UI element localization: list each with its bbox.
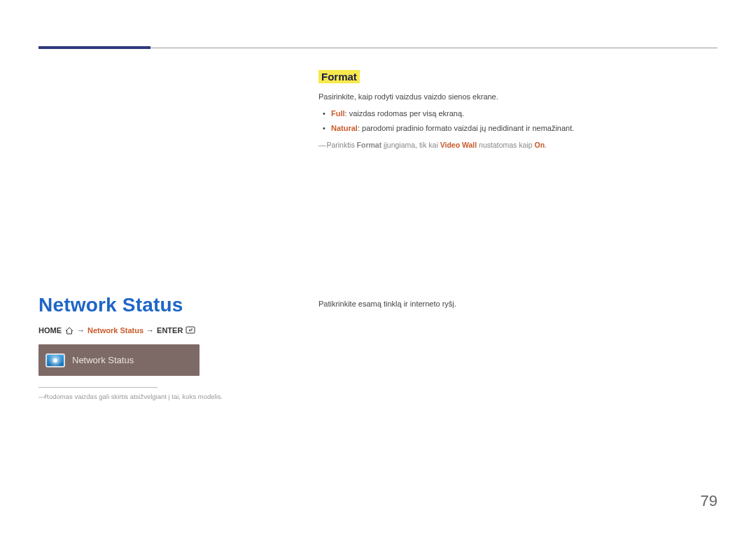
page-number: 79	[701, 492, 718, 510]
format-heading: Format	[318, 70, 360, 83]
note-pre: Parinktis	[326, 141, 356, 149]
breadcrumb-network: Network Status	[88, 326, 144, 335]
network-description: Patikrinkite esamą tinklą ir interneto r…	[318, 297, 714, 311]
tile-label: Network Status	[72, 355, 134, 365]
document-page: Format Pasirinkite, kaip rodyti vaizdus …	[0, 0, 756, 534]
arrow-icon: →	[146, 326, 154, 335]
network-status-left: Network Status HOME → Network Status → E…	[38, 294, 290, 402]
format-bullets: Full: vaizdas rodomas per visą ekraną. N…	[318, 106, 714, 136]
bullet-term: Full	[331, 109, 345, 118]
breadcrumb-home: HOME	[38, 326, 62, 335]
note-mid2: nustatomas kaip	[477, 141, 534, 149]
breadcrumb-enter: ENTER	[157, 326, 183, 335]
separator	[38, 387, 158, 388]
note-mid: įjungiama, tik kai	[382, 141, 440, 149]
format-intro: Pasirinkite, kaip rodyti vaizdus vaizdo …	[318, 90, 714, 104]
format-note: Parinktis Format įjungiama, tik kai Vide…	[318, 139, 714, 151]
enter-icon	[186, 326, 197, 335]
note-end: .	[545, 141, 547, 149]
bullet-natural: Natural: parodomi pradinio formato vaizd…	[331, 121, 714, 136]
breadcrumb: HOME → Network Status → ENTER	[38, 326, 290, 335]
network-status-heading: Network Status	[38, 294, 290, 316]
bullet-term: Natural	[331, 124, 358, 132]
note-t3: On	[534, 141, 545, 149]
format-section: Format Pasirinkite, kaip rodyti vaizdus …	[318, 70, 714, 151]
header-accent	[38, 46, 150, 49]
bullet-desc: parodomi pradinio formato vaizdai jų ned…	[362, 124, 574, 132]
note-t1: Format	[357, 141, 382, 149]
arrow-icon: →	[77, 326, 85, 335]
footnote: Rodomas vaizdas gali skirtis atsižvelgia…	[38, 392, 290, 402]
home-icon	[64, 326, 74, 335]
wifi-monitor-icon	[46, 353, 65, 367]
network-status-right: Patikrinkite esamą tinklą ir interneto r…	[318, 297, 714, 311]
bullet-full: Full: vaizdas rodomas per visą ekraną.	[331, 106, 714, 121]
bullet-desc: vaizdas rodomas per visą ekraną.	[349, 109, 464, 118]
note-t2: Video Wall	[440, 141, 477, 149]
network-status-tile: Network Status	[38, 344, 200, 376]
